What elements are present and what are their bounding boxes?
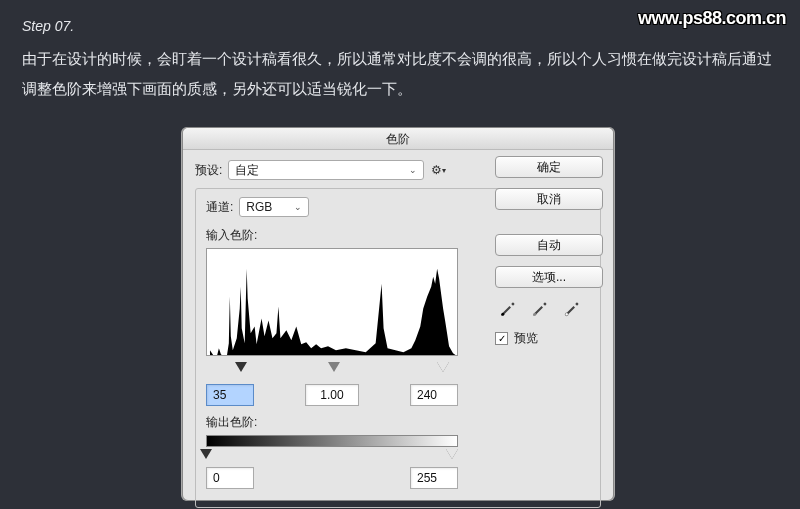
channel-label: 通道: [206, 199, 233, 216]
midtone-handle[interactable] [328, 362, 340, 372]
eyedropper-black-icon[interactable] [497, 298, 519, 320]
chevron-down-icon: ⌄ [409, 165, 417, 175]
input-slider[interactable] [206, 362, 458, 376]
dialog-right-column: 确定 取消 自动 选项... ✓ 预览 [495, 156, 603, 347]
channel-select[interactable]: RGB ⌄ [239, 197, 309, 217]
svg-point-1 [533, 313, 536, 316]
step-label: Step 07. [22, 18, 74, 34]
output-black-field[interactable]: 0 [206, 467, 254, 489]
dialog-title: 色阶 [183, 128, 613, 150]
preview-row: ✓ 预览 [495, 330, 603, 347]
input-values-row: 35 1.00 240 [206, 384, 458, 406]
output-slider[interactable] [206, 449, 458, 461]
eyedropper-gray-icon[interactable] [529, 298, 551, 320]
histogram [206, 248, 458, 356]
channel-value: RGB [246, 200, 272, 214]
black-point-handle[interactable] [235, 362, 247, 372]
input-gamma-field[interactable]: 1.00 [305, 384, 359, 406]
cancel-button[interactable]: 取消 [495, 188, 603, 210]
preset-label: 预设: [195, 162, 222, 179]
preset-value: 自定 [235, 162, 259, 179]
output-white-field[interactable]: 255 [410, 467, 458, 489]
gear-icon[interactable]: ⚙▾ [430, 162, 446, 178]
chevron-down-icon: ⌄ [294, 202, 302, 212]
levels-dialog: 色阶 预设: 自定 ⌄ ⚙▾ 通道: RGB ⌄ 输入色阶: [182, 127, 614, 501]
output-gradient [206, 435, 458, 447]
preset-select[interactable]: 自定 ⌄ [228, 160, 424, 180]
white-point-handle[interactable] [437, 362, 449, 372]
svg-point-2 [565, 313, 568, 316]
options-button[interactable]: 选项... [495, 266, 603, 288]
input-white-field[interactable]: 240 [410, 384, 458, 406]
tutorial-description: 由于在设计的时候，会盯着一个设计稿看很久，所以通常对比度不会调的很高，所以个人习… [22, 44, 778, 104]
histogram-svg [207, 249, 457, 356]
eyedropper-white-icon[interactable] [561, 298, 583, 320]
svg-point-0 [501, 313, 504, 316]
output-black-handle[interactable] [200, 449, 212, 459]
preview-label: 预览 [514, 330, 538, 347]
watermark: www.ps88.com.cn [638, 8, 786, 29]
output-white-handle[interactable] [446, 449, 458, 459]
dialog-body: 预设: 自定 ⌄ ⚙▾ 通道: RGB ⌄ 输入色阶: [183, 150, 613, 500]
auto-button[interactable]: 自动 [495, 234, 603, 256]
input-black-field[interactable]: 35 [206, 384, 254, 406]
output-levels-label: 输出色阶: [206, 414, 590, 431]
eyedropper-row [497, 298, 603, 320]
ok-button[interactable]: 确定 [495, 156, 603, 178]
output-values-row: 0 255 [206, 467, 458, 489]
preview-checkbox[interactable]: ✓ [495, 332, 508, 345]
